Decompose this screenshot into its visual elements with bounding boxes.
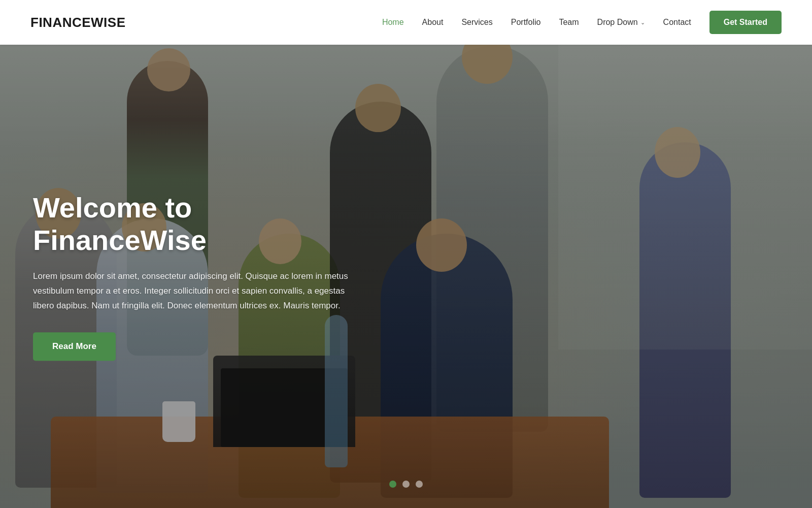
nav-item-dropdown[interactable]: Drop Down ⌄ — [597, 18, 645, 27]
chevron-down-icon: ⌄ — [640, 19, 645, 26]
get-started-button[interactable]: Get Started — [709, 11, 782, 34]
carousel-dot-1[interactable] — [389, 481, 396, 488]
read-more-button[interactable]: Read More — [33, 333, 116, 361]
carousel-dot-2[interactable] — [402, 481, 410, 488]
logo: FINANCEWISE — [30, 15, 126, 30]
hero-description: Lorem ipsum dolor sit amet, consectetur … — [33, 269, 368, 313]
main-nav: Home About Services Portfolio Team Drop … — [382, 11, 782, 34]
carousel-dots — [389, 481, 423, 488]
hero-title: Welcome to FinanceWise — [33, 192, 368, 257]
nav-item-about[interactable]: About — [422, 18, 444, 27]
hero-content: Welcome to FinanceWise Lorem ipsum dolor… — [33, 147, 368, 361]
nav-item-team[interactable]: Team — [559, 18, 579, 27]
dropdown-label: Drop Down — [597, 18, 638, 27]
hero-section: Welcome to FinanceWise Lorem ipsum dolor… — [0, 0, 812, 508]
nav-item-portfolio[interactable]: Portfolio — [511, 18, 541, 27]
nav-item-services[interactable]: Services — [461, 18, 492, 27]
nav-item-home[interactable]: Home — [382, 18, 404, 27]
nav-item-contact[interactable]: Contact — [663, 18, 691, 27]
carousel-dot-3[interactable] — [416, 481, 423, 488]
header: FINANCEWISE Home About Services Portfoli… — [0, 0, 812, 45]
